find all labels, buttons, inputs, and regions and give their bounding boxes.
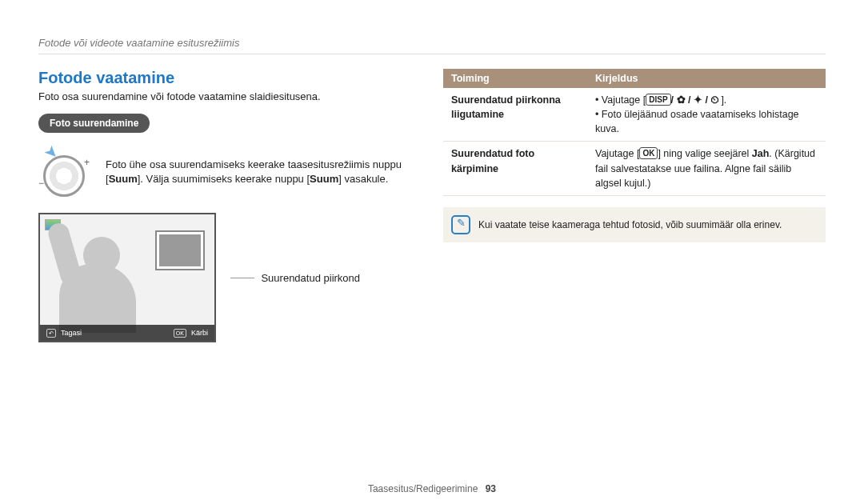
section-pill: Foto suurendamine bbox=[38, 114, 150, 133]
screenshot-caption: Suurendatud piirkond bbox=[230, 270, 360, 285]
instruction-text: Foto ühe osa suurendamiseks keerake taas… bbox=[106, 158, 421, 186]
screen-bottom-bar: ↶ Tagasi OK Kärbi bbox=[40, 325, 214, 341]
ok-chip-icon: OK bbox=[174, 329, 186, 338]
bar-ok-label: Kärbi bbox=[191, 329, 208, 337]
zoom-region-box bbox=[155, 230, 205, 270]
table-row: Suurendatud piirkonna liigutamine • Vaju… bbox=[443, 88, 826, 142]
cell-desc-crop: Vajutage [OK] ning valige seejärel Jah. … bbox=[587, 142, 826, 195]
disp-chip-icon: DISP bbox=[646, 94, 670, 106]
zoom-dial-illustration: ➤ + − bbox=[38, 144, 94, 200]
cell-action-crop: Suurendatud foto kärpimine bbox=[443, 142, 587, 195]
breadcrumb: Fotode või videote vaatamine esitusrežii… bbox=[38, 37, 826, 49]
ok-chip-icon: OK bbox=[639, 147, 658, 159]
actions-table: Toiming Kirjeldus Suurendatud piirkonna … bbox=[443, 69, 826, 196]
footer-page-number: 93 bbox=[486, 483, 496, 494]
page-heading: Fotode vaatamine bbox=[38, 69, 421, 87]
table-header-action: Toiming bbox=[443, 69, 587, 88]
dial-plus-icon: + bbox=[84, 157, 90, 168]
note-info-icon: ✎ bbox=[451, 215, 470, 234]
caption-leader-line bbox=[230, 278, 254, 278]
silhouette-illustration bbox=[40, 229, 152, 325]
dial-minus-icon: − bbox=[38, 178, 44, 189]
camera-screen-mock: ↶ Tagasi OK Kärbi bbox=[38, 213, 216, 342]
dial-icon bbox=[43, 155, 85, 197]
footer-section: Taasesitus/Redigeerimine bbox=[368, 483, 478, 494]
left-column: Fotode vaatamine Foto osa suurendamine v… bbox=[38, 69, 421, 342]
page-footer: Taasesitus/Redigeerimine 93 bbox=[0, 483, 864, 494]
table-row: Suurendatud foto kärpimine Vajutage [OK]… bbox=[443, 142, 826, 195]
cell-action-move: Suurendatud piirkonna liigutamine bbox=[443, 88, 587, 142]
note-text: Kui vaatate teise kaameraga tehtud fotos… bbox=[478, 219, 782, 230]
right-column: Toiming Kirjeldus Suurendatud piirkonna … bbox=[443, 69, 826, 342]
cell-desc-move: • Vajutage [DISP/ ✿ / ✦ / ⏲]. • Foto üle… bbox=[587, 88, 826, 142]
breadcrumb-rule bbox=[38, 54, 826, 54]
bar-back-label: Tagasi bbox=[61, 329, 82, 337]
back-arrow-icon: ↶ bbox=[46, 329, 56, 338]
table-header-desc: Kirjeldus bbox=[587, 69, 826, 88]
lead-paragraph: Foto osa suurendamine või fotode vaatami… bbox=[38, 90, 421, 102]
note-callout: ✎ Kui vaatate teise kaameraga tehtud fot… bbox=[443, 207, 826, 242]
instruction-row: ➤ + − Foto ühe osa suurendamiseks keerak… bbox=[38, 144, 421, 200]
